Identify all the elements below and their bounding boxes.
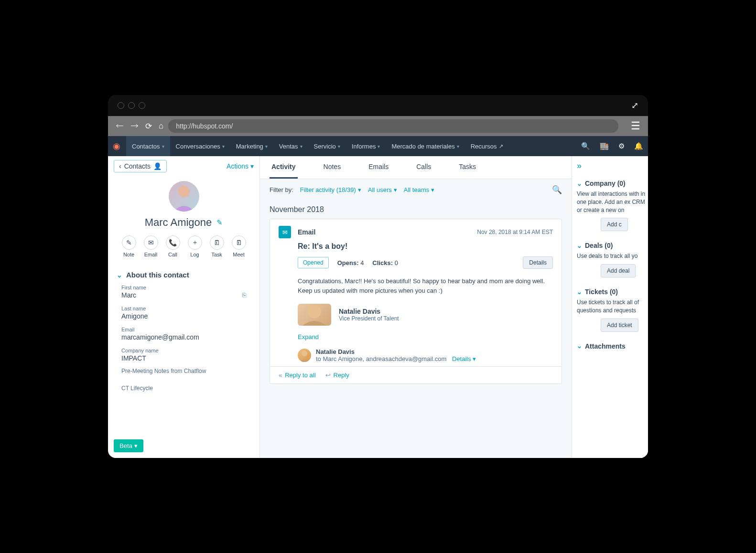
nav-conversaciones[interactable]: Conversaciones▾ [170, 136, 230, 156]
signature-title: Vice President of Talent [339, 315, 399, 322]
deals-desc: Use deals to track all yo [577, 252, 648, 260]
edit-icon[interactable]: ✎ [216, 218, 223, 227]
nav-mercado[interactable]: Mercado de materiales▾ [386, 136, 464, 156]
hamburger-icon[interactable]: ☰ [631, 120, 640, 132]
chevron-down-icon: ⌄ [117, 271, 122, 279]
first-name-field[interactable]: First name Marc⎘ [108, 283, 259, 304]
url-bar[interactable]: http://hubspot.com/ [168, 119, 618, 133]
home-icon[interactable]: ⌂ [159, 121, 163, 131]
nav-servicio[interactable]: Servicio▾ [308, 136, 346, 156]
details-button[interactable]: Details [523, 256, 553, 269]
nav-ventas[interactable]: Ventas▾ [273, 136, 308, 156]
filter-teams-dropdown[interactable]: All teams▾ [404, 186, 434, 193]
tab-notes[interactable]: Notes [322, 156, 343, 179]
actions-dropdown[interactable]: Actions ▾ [227, 162, 254, 170]
forward-icon[interactable]: 🡒 [130, 121, 139, 131]
tickets-section-header[interactable]: ⌄Tickets (0) [577, 284, 648, 298]
call-button[interactable]: 📞Call [166, 235, 180, 257]
note-button[interactable]: ✎Note [122, 235, 136, 257]
marketplace-icon[interactable]: 🏬 [600, 142, 609, 150]
filter-bar: Filter by: Filter activity (18/39)▾ All … [260, 179, 572, 201]
search-icon[interactable]: 🔍 [581, 142, 590, 150]
beta-badge[interactable]: Beta▾ [114, 439, 143, 452]
tab-tasks[interactable]: Tasks [457, 156, 478, 179]
expand-icon[interactable]: ⤢ [631, 100, 638, 111]
email-button[interactable]: ✉Email [144, 235, 158, 257]
avatar[interactable] [169, 181, 199, 212]
middle-panel: Activity Notes Emails Calls Tasks Filter… [260, 156, 572, 458]
premeeting-note[interactable]: Pre-Meeting Notes from Chatflow [108, 367, 259, 375]
chevron-down-icon: ▾ [394, 186, 397, 193]
card-icon[interactable]: ⎘ [242, 291, 246, 299]
reply-button[interactable]: ↩Reply [325, 372, 349, 379]
top-nav: ◉ Contactos▾ Conversaciones▾ Marketing▾ … [108, 136, 648, 156]
gear-icon[interactable]: ⚙ [618, 142, 625, 150]
email-field[interactable]: Email marcamigone@gmail.com [108, 325, 259, 346]
external-link-icon: ↗ [499, 143, 503, 149]
reply-all-icon: « [279, 372, 282, 379]
reload-icon[interactable]: ⟳ [145, 121, 152, 131]
browser-toolbar: 🡐 🡒 ⟳ ⌂ http://hubspot.com/ ☰ [108, 116, 648, 136]
person-icon: 👤 [153, 162, 162, 170]
email-subject: Re: It's a boy! [298, 242, 553, 251]
from-to: to Marc Amigone, andreasachdeva@gmail.co… [316, 355, 446, 362]
nav-contactos[interactable]: Contactos▾ [126, 136, 170, 156]
opens-stat: Opens: 4 [337, 259, 364, 266]
filter-activity-dropdown[interactable]: Filter activity (18/39)▾ [300, 186, 361, 193]
details-link[interactable]: Details▾ [452, 355, 476, 362]
company-desc: View all interactions with in one place.… [577, 190, 648, 214]
tab-activity[interactable]: Activity [270, 156, 298, 179]
calendar-icon: 🗓 [210, 235, 224, 250]
nav-informes[interactable]: Informes▾ [346, 136, 386, 156]
traffic-minimize[interactable] [128, 102, 135, 109]
reply-bar: «Reply to all ↩Reply [270, 366, 562, 383]
reply-all-button[interactable]: «Reply to all [279, 372, 316, 379]
expand-link[interactable]: Expand [298, 333, 553, 340]
from-name: Natalie Davis [316, 348, 476, 355]
email-card: ✉ Email Nov 28, 2018 at 9:14 AM EST Re: … [270, 219, 562, 384]
chevron-down-icon: ▾ [473, 355, 476, 362]
from-avatar [298, 349, 311, 362]
nav-marketing[interactable]: Marketing▾ [230, 136, 273, 156]
hubspot-logo-icon[interactable]: ◉ [113, 141, 120, 151]
lifecycle-note[interactable]: CT Lifecycle [108, 384, 259, 393]
chevron-down-icon: ⌄ [577, 180, 582, 187]
company-section-header[interactable]: ⌄Company (0) [577, 176, 648, 190]
attachments-section-header[interactable]: ⌄Attachments [577, 339, 648, 353]
add-deal-button[interactable]: Add deal [601, 264, 636, 277]
email-body: Congratulations, Marc!! He's so beautifu… [298, 276, 553, 295]
collapse-icon[interactable]: » [577, 161, 648, 171]
filter-users-dropdown[interactable]: All users▾ [368, 186, 397, 193]
left-panel: ‹ Contacts 👤 Actions ▾ Marc Amigone [108, 156, 260, 458]
chevron-down-icon: ▾ [338, 144, 340, 149]
last-name-field[interactable]: Last name Amigone [108, 304, 259, 325]
deals-section-header[interactable]: ⌄Deals (0) [577, 238, 648, 252]
chevron-down-icon: ⌄ [577, 242, 582, 249]
month-header: November 2018 [270, 205, 562, 214]
add-ticket-button[interactable]: Add ticket [601, 319, 638, 332]
back-icon[interactable]: 🡐 [116, 121, 124, 131]
search-icon[interactable]: 🔍 [552, 185, 562, 195]
task-button[interactable]: 🗓Task [210, 235, 224, 257]
bell-icon[interactable]: 🔔 [634, 142, 643, 150]
phone-icon: 📞 [166, 235, 180, 250]
add-company-button[interactable]: Add c [601, 218, 628, 231]
nav-recursos[interactable]: Recursos↗ [465, 136, 509, 156]
tab-calls[interactable]: Calls [414, 156, 433, 179]
reply-icon: ↩ [325, 372, 331, 379]
tab-emails[interactable]: Emails [367, 156, 390, 179]
meet-button[interactable]: 🗓Meet [232, 235, 246, 257]
chevron-down-icon: ▾ [162, 144, 164, 149]
chevron-down-icon: ⌄ [577, 342, 582, 350]
chevron-down-icon: ▾ [134, 442, 138, 449]
breadcrumb-contacts[interactable]: ‹ Contacts 👤 [114, 160, 167, 172]
traffic-close[interactable] [118, 102, 124, 109]
log-button[interactable]: ＋Log [188, 235, 202, 257]
chevron-left-icon: ‹ [119, 162, 121, 170]
svg-point-1 [308, 305, 321, 318]
chevron-down-icon: ▾ [457, 144, 459, 149]
traffic-lights [118, 102, 145, 109]
traffic-zoom[interactable] [139, 102, 145, 109]
company-field[interactable]: Company name IMPACT [108, 346, 259, 367]
about-section-header[interactable]: ⌄ About this contact [108, 265, 259, 283]
